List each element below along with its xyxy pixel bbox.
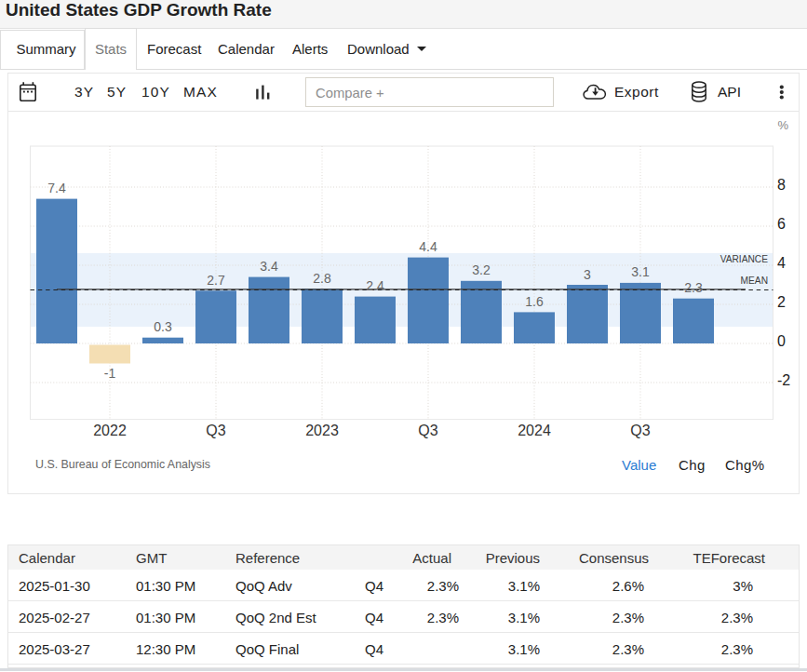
svg-text:0.3: 0.3 [154,319,172,334]
svg-text:MEAN: MEAN [741,276,768,286]
svg-text:3.2: 3.2 [472,262,491,277]
svg-text:0: 0 [777,333,786,349]
svg-text:6: 6 [777,216,786,232]
svg-text:2.8: 2.8 [313,271,331,286]
svg-text:Q3: Q3 [630,423,650,438]
svg-text:Q3: Q3 [418,423,437,438]
svg-text:4: 4 [777,255,786,271]
svg-text:3.4: 3.4 [260,259,278,274]
svg-text:-1: -1 [104,366,116,381]
svg-text:-2: -2 [777,372,790,388]
svg-text:3.1: 3.1 [631,264,650,279]
svg-text:1.6: 1.6 [525,294,544,309]
svg-text:2022: 2022 [93,423,127,438]
svg-text:7.4: 7.4 [47,181,66,195]
svg-text:3: 3 [584,267,591,282]
svg-text:%: % [777,118,788,132]
svg-text:2.7: 2.7 [207,273,225,288]
svg-text:2: 2 [777,294,786,310]
svg-text:4.4: 4.4 [419,239,437,254]
svg-text:Q3: Q3 [206,423,225,438]
svg-text:2.3: 2.3 [684,280,703,295]
svg-text:2024: 2024 [518,423,551,438]
svg-text:2.4: 2.4 [366,278,384,293]
svg-text:2023: 2023 [305,423,339,438]
svg-text:VARIANCE: VARIANCE [720,254,769,264]
svg-text:8: 8 [777,177,786,193]
